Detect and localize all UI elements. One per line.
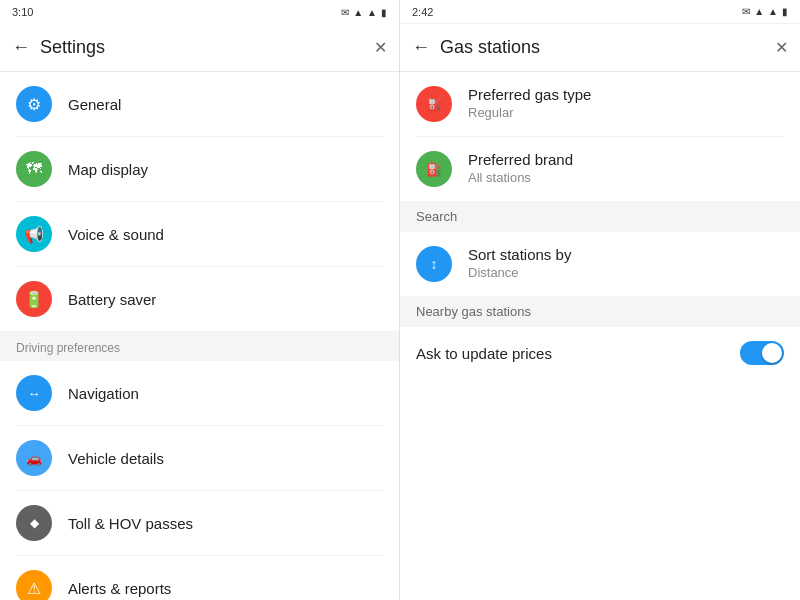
preferred-gas-type-content: Preferred gas type Regular bbox=[468, 86, 591, 120]
preferred-brand-icon: ⛽ bbox=[416, 151, 452, 187]
sort-stations-item[interactable]: ↕ Sort stations by Distance bbox=[400, 232, 800, 296]
preferred-brand-subtitle: All stations bbox=[468, 170, 573, 185]
wifi-icon: ▲ bbox=[367, 7, 377, 18]
right-time: 2:42 bbox=[412, 6, 433, 18]
preferred-gas-type-title: Preferred gas type bbox=[468, 86, 591, 103]
battery-icon: ▮ bbox=[381, 7, 387, 18]
driving-preferences-section-label: Driving preferences bbox=[0, 331, 399, 361]
map-display-label: Map display bbox=[68, 161, 148, 178]
right-panel: 2:42 ✉ ▲ ▲ ▮ ← Gas stations ✕ ⛽ Preferre… bbox=[400, 0, 800, 600]
right-battery-icon: ▮ bbox=[782, 6, 788, 17]
right-wifi-icon: ▲ bbox=[768, 6, 778, 17]
ask-update-prices-toggle[interactable] bbox=[740, 341, 784, 365]
preferred-gas-type-item[interactable]: ⛽ Preferred gas type Regular bbox=[400, 72, 800, 136]
navigation-label: Navigation bbox=[68, 385, 139, 402]
alerts-reports-label: Alerts & reports bbox=[68, 580, 171, 597]
left-back-button[interactable]: ← bbox=[12, 37, 30, 58]
sort-stations-icon: ↕ bbox=[416, 246, 452, 282]
sidebar-item-general[interactable]: ⚙ General bbox=[0, 72, 399, 136]
right-status-bar: 2:42 ✉ ▲ ▲ ▮ bbox=[400, 0, 800, 24]
ask-update-prices-label: Ask to update prices bbox=[416, 345, 740, 362]
right-status-icons: ✉ ▲ ▲ ▮ bbox=[742, 6, 788, 17]
left-time: 3:10 bbox=[12, 6, 33, 18]
right-scroll-area: ⛽ Preferred gas type Regular ⛽ Preferred… bbox=[400, 72, 800, 600]
sidebar-item-battery-saver[interactable]: 🔋 Battery saver bbox=[0, 267, 399, 331]
voice-sound-icon: 📢 bbox=[16, 216, 52, 252]
toll-hov-icon: ◆ bbox=[16, 505, 52, 541]
nearby-section-label: Nearby gas stations bbox=[400, 296, 800, 327]
right-close-button[interactable]: ✕ bbox=[775, 38, 788, 57]
sidebar-item-voice-sound[interactable]: 📢 Voice & sound bbox=[0, 202, 399, 266]
sidebar-item-toll-hov[interactable]: ◆ Toll & HOV passes bbox=[0, 491, 399, 555]
right-title: Gas stations bbox=[440, 37, 775, 58]
left-status-bar: 3:10 ✉ ▲ ▲ ▮ bbox=[0, 0, 399, 24]
sidebar-item-alerts-reports[interactable]: ⚠ Alerts & reports bbox=[0, 556, 399, 600]
voice-sound-label: Voice & sound bbox=[68, 226, 164, 243]
general-icon: ⚙ bbox=[16, 86, 52, 122]
battery-saver-icon: 🔋 bbox=[16, 281, 52, 317]
sort-stations-content: Sort stations by Distance bbox=[468, 246, 571, 280]
right-signal-icon: ▲ bbox=[754, 6, 764, 17]
battery-saver-label: Battery saver bbox=[68, 291, 156, 308]
preferred-brand-item[interactable]: ⛽ Preferred brand All stations bbox=[400, 137, 800, 201]
left-panel: 3:10 ✉ ▲ ▲ ▮ ← Settings ✕ ⚙ General 🗺 Ma… bbox=[0, 0, 400, 600]
sidebar-item-vehicle-details[interactable]: 🚗 Vehicle details bbox=[0, 426, 399, 490]
left-close-button[interactable]: ✕ bbox=[374, 38, 387, 57]
right-header: ← Gas stations ✕ bbox=[400, 24, 800, 72]
left-status-icons: ✉ ▲ ▲ ▮ bbox=[341, 7, 387, 18]
preferred-brand-title: Preferred brand bbox=[468, 151, 573, 168]
vehicle-details-icon: 🚗 bbox=[16, 440, 52, 476]
left-scroll-area: ⚙ General 🗺 Map display 📢 Voice & sound … bbox=[0, 72, 399, 600]
navigation-icon: ↔ bbox=[16, 375, 52, 411]
sort-stations-subtitle: Distance bbox=[468, 265, 571, 280]
vehicle-details-label: Vehicle details bbox=[68, 450, 164, 467]
right-back-button[interactable]: ← bbox=[412, 37, 430, 58]
msg-icon: ✉ bbox=[341, 7, 349, 18]
right-msg-icon: ✉ bbox=[742, 6, 750, 17]
preferred-gas-type-icon: ⛽ bbox=[416, 86, 452, 122]
sort-stations-title: Sort stations by bbox=[468, 246, 571, 263]
general-label: General bbox=[68, 96, 121, 113]
ask-update-prices-item[interactable]: Ask to update prices bbox=[400, 327, 800, 379]
alerts-reports-icon: ⚠ bbox=[16, 570, 52, 600]
sidebar-item-map-display[interactable]: 🗺 Map display bbox=[0, 137, 399, 201]
toll-hov-label: Toll & HOV passes bbox=[68, 515, 193, 532]
left-header: ← Settings ✕ bbox=[0, 24, 399, 72]
signal-icon: ▲ bbox=[353, 7, 363, 18]
preferred-gas-type-subtitle: Regular bbox=[468, 105, 591, 120]
map-display-icon: 🗺 bbox=[16, 151, 52, 187]
sidebar-item-navigation[interactable]: ↔ Navigation bbox=[0, 361, 399, 425]
search-section-label: Search bbox=[400, 201, 800, 232]
left-title: Settings bbox=[40, 37, 374, 58]
preferred-brand-content: Preferred brand All stations bbox=[468, 151, 573, 185]
